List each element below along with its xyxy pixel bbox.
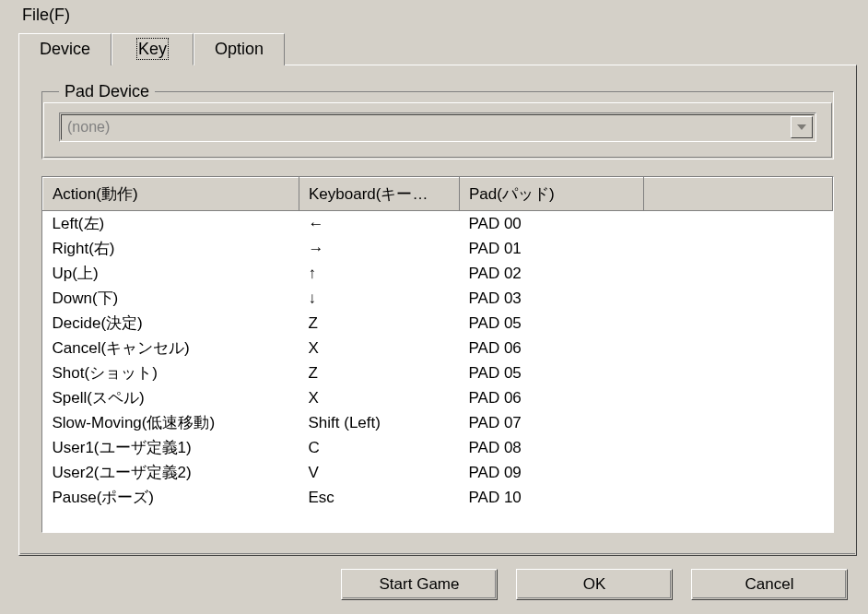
cell-extra	[644, 510, 833, 532]
cell-extra	[644, 236, 833, 261]
cell-pad: PAD 00	[460, 211, 644, 237]
table-row[interactable]: User2(ユーザ定義2)VPAD 09	[43, 460, 833, 485]
cell-keyboard: Z	[299, 360, 460, 385]
col-extra[interactable]	[644, 178, 833, 211]
cell-extra	[644, 311, 833, 336]
cell-keyboard: ←	[299, 211, 460, 237]
table-row[interactable]: Decide(決定)ZPAD 05	[43, 311, 833, 336]
pad-device-group: Pad Device (none)	[41, 82, 834, 159]
col-keyboard[interactable]: Keyboard(キー…	[299, 178, 460, 211]
table-row[interactable]: Cancel(キャンセル)XPAD 06	[43, 336, 833, 360]
tab-option[interactable]: Option	[194, 33, 285, 65]
table-row[interactable]: Up(上)↑PAD 02	[43, 261, 833, 286]
table-row[interactable]: Slow-Moving(低速移動)Shift (Left)PAD 07	[43, 410, 833, 435]
cell-action	[43, 510, 299, 532]
dropdown-arrow-button[interactable]	[791, 116, 813, 138]
chevron-down-icon	[797, 124, 806, 130]
table-row[interactable]: Shot(ショット)ZPAD 05	[43, 360, 833, 385]
cell-keyboard: ↓	[299, 286, 460, 311]
cell-action: Pause(ポーズ)	[43, 485, 299, 510]
table-row[interactable]: Pause(ポーズ)EscPAD 10	[43, 485, 833, 510]
start-game-button[interactable]: Start Game	[341, 569, 498, 600]
table-row[interactable]: Down(下)↓PAD 03	[43, 286, 833, 311]
tab-key[interactable]: Key	[111, 33, 194, 65]
cell-action: Down(下)	[43, 286, 299, 311]
cell-action: User1(ユーザ定義1)	[43, 435, 299, 460]
col-pad[interactable]: Pad(パッド)	[460, 178, 644, 211]
cell-pad	[460, 510, 644, 532]
cell-pad: PAD 05	[460, 360, 644, 385]
cell-extra	[644, 435, 833, 460]
cell-extra	[644, 460, 833, 485]
tab-key-label: Key	[138, 40, 167, 58]
cell-extra	[644, 410, 833, 435]
cell-action: Cancel(キャンセル)	[43, 336, 299, 360]
table-row[interactable]: Spell(スペル)XPAD 06	[43, 385, 833, 410]
pad-device-legend: Pad Device	[59, 82, 155, 101]
key-bindings-table: Action(動作) Keyboard(キー… Pad(パッド) Left(左)…	[41, 176, 834, 533]
tab-device-label: Device	[40, 40, 90, 58]
cell-action: Spell(スペル)	[43, 385, 299, 410]
tab-option-label: Option	[215, 40, 264, 58]
cell-action: Up(上)	[43, 261, 299, 286]
menu-file[interactable]: File(F)	[18, 4, 74, 27]
cell-pad: PAD 01	[460, 236, 644, 261]
cell-extra	[644, 211, 833, 237]
cell-pad: PAD 07	[460, 410, 644, 435]
cell-pad: PAD 06	[460, 385, 644, 410]
cell-action: Right(右)	[43, 236, 299, 261]
cell-keyboard	[299, 510, 460, 532]
cell-pad: PAD 08	[460, 435, 644, 460]
table-row[interactable]: User1(ユーザ定義1)CPAD 08	[43, 435, 833, 460]
col-action[interactable]: Action(動作)	[43, 178, 299, 211]
cell-action: Left(左)	[43, 211, 299, 237]
cell-extra	[644, 286, 833, 311]
cell-pad: PAD 02	[460, 261, 644, 286]
tab-device[interactable]: Device	[18, 33, 111, 65]
cell-extra	[644, 360, 833, 385]
cell-action: Slow-Moving(低速移動)	[43, 410, 299, 435]
pad-device-dropdown[interactable]: (none)	[59, 112, 816, 142]
cell-pad: PAD 06	[460, 336, 644, 360]
cell-extra	[644, 385, 833, 410]
cell-keyboard: C	[299, 435, 460, 460]
cell-action: Shot(ショット)	[43, 360, 299, 385]
pad-device-value: (none)	[67, 119, 110, 136]
cell-extra	[644, 336, 833, 360]
cell-keyboard: ↑	[299, 261, 460, 286]
ok-button[interactable]: OK	[516, 569, 673, 600]
cell-keyboard: →	[299, 236, 460, 261]
cell-pad: PAD 05	[460, 311, 644, 336]
cell-pad: PAD 03	[460, 286, 644, 311]
cell-pad: PAD 10	[460, 485, 644, 510]
cell-action: User2(ユーザ定義2)	[43, 460, 299, 485]
table-row[interactable]: Right(右)→PAD 01	[43, 236, 833, 261]
cell-extra	[644, 485, 833, 510]
cell-keyboard: V	[299, 460, 460, 485]
cell-keyboard: Z	[299, 311, 460, 336]
cell-extra	[644, 261, 833, 286]
cancel-button[interactable]: Cancel	[691, 569, 848, 600]
table-row[interactable]: Left(左)←PAD 00	[43, 211, 833, 237]
cell-keyboard: X	[299, 385, 460, 410]
cell-action: Decide(決定)	[43, 311, 299, 336]
cell-keyboard: X	[299, 336, 460, 360]
cell-keyboard: Esc	[299, 485, 460, 510]
tab-panel-key: Pad Device (none) Action(動作)	[18, 65, 857, 556]
cell-keyboard: Shift (Left)	[299, 410, 460, 435]
cell-pad: PAD 09	[460, 460, 644, 485]
table-row[interactable]	[43, 510, 833, 532]
